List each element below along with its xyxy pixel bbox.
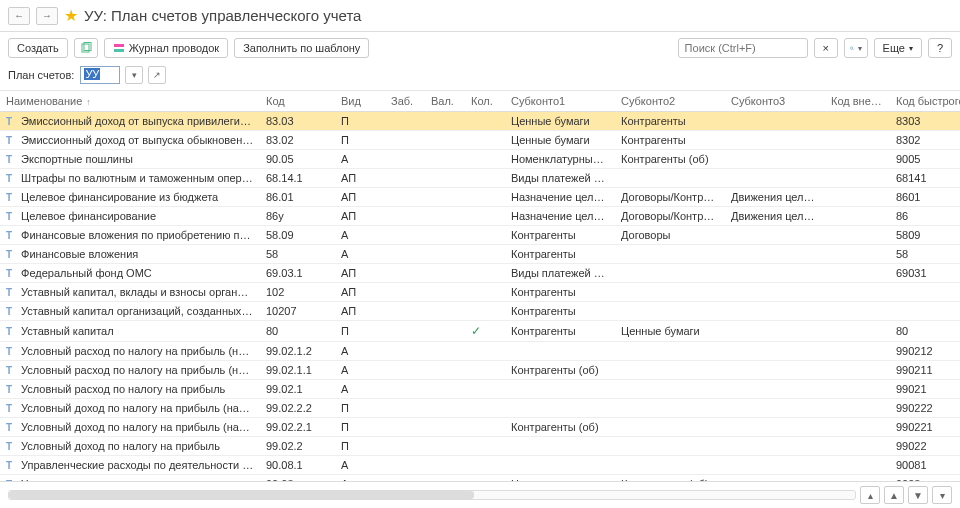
account-t-icon: T [6,479,18,481]
col-sub1[interactable]: Субконто1 [505,91,615,112]
plan-open-button[interactable]: ↗ [148,66,166,84]
table-row[interactable]: T Условный расход по налогу на прибыль (… [0,342,960,361]
col-sub2[interactable]: Субконто2 [615,91,725,112]
account-t-icon: T [6,230,18,241]
column-headers[interactable]: Наименование↑ Код Вид Заб. Вал. Кол. Суб… [0,91,960,112]
account-t-icon: T [6,192,18,203]
table-row[interactable]: T Условный доход по налогу на прибыль (н… [0,418,960,437]
table-row[interactable]: T Финансовые вложения58АКонтрагенты5858 [0,245,960,264]
account-t-icon: T [6,403,18,414]
table-row[interactable]: T Целевое финансирование из бюджета86.01… [0,188,960,207]
copy-icon [80,42,92,54]
table-row[interactable]: T Управленческие расходы90.08АНоменклату… [0,475,960,482]
col-fast[interactable]: Код быстрого выбора [890,91,960,112]
fill-template-button[interactable]: Заполнить по шаблону [234,38,369,58]
svg-line-5 [852,49,853,50]
table-row[interactable]: T Эмиссионный доход от выпуска обыкновен… [0,131,960,150]
plan-label: План счетов: [8,69,74,81]
svg-rect-3 [114,49,124,52]
table-row[interactable]: T Условный доход по налогу на прибыль (н… [0,399,960,418]
table-row[interactable]: T Условный расход по налогу на прибыль99… [0,380,960,399]
col-vid[interactable]: Вид [335,91,385,112]
table-row[interactable]: T Уставный капитал80П✓КонтрагентыЦенные … [0,321,960,342]
h-scrollbar[interactable] [8,490,856,500]
search-clear-button[interactable]: × [814,38,838,58]
favorite-star-icon[interactable]: ★ [64,6,78,25]
account-t-icon: T [6,287,18,298]
sort-indicator-icon: ↑ [86,97,91,107]
check-icon: ✓ [471,324,481,338]
col-name[interactable]: Наименование↑ [0,91,260,112]
scroll-top-button[interactable]: ▴ [860,486,880,504]
account-t-icon: T [6,268,18,279]
more-button[interactable]: Еще ▾ [874,38,922,58]
table-row[interactable]: T Уставный капитал, вклады и взносы орга… [0,283,960,302]
table-row[interactable]: T Уставный капитал организаций, созданны… [0,302,960,321]
account-t-icon: T [6,441,18,452]
table-row[interactable]: T Целевое финансирование86уАПНазначение … [0,207,960,226]
scroll-up-button[interactable]: ▲ [884,486,904,504]
svg-point-4 [850,46,852,48]
account-t-icon: T [6,135,18,146]
table-row[interactable]: T Федеральный фонд ОМС69.03.1АПВиды плат… [0,264,960,283]
search-icon [850,43,854,54]
account-t-icon: T [6,173,18,184]
journal-icon [113,42,125,54]
journal-button[interactable]: Журнал проводок [104,38,228,58]
nav-back-button[interactable]: ← [8,7,30,25]
table-row[interactable]: T Условный расход по налогу на прибыль (… [0,361,960,380]
account-t-icon: T [6,365,18,376]
account-t-icon: T [6,384,18,395]
table-row[interactable]: T Управленческие расходы по деятельности… [0,456,960,475]
search-go-button[interactable]: ▾ [844,38,868,58]
account-t-icon: T [6,306,18,317]
account-t-icon: T [6,422,18,433]
create-button[interactable]: Создать [8,38,68,58]
nav-fwd-button[interactable]: → [36,7,58,25]
search-input[interactable] [678,38,808,58]
account-t-icon: T [6,249,18,260]
table-row[interactable]: T Штрафы по валютным и таможенным операц… [0,169,960,188]
table-row[interactable]: T Финансовые вложения по приобретению пр… [0,226,960,245]
table-row[interactable]: T Условный доход по налогу на прибыль99.… [0,437,960,456]
copy-button[interactable] [74,38,98,58]
plan-input[interactable]: УУ [80,66,120,84]
col-code[interactable]: Код [260,91,335,112]
account-t-icon: T [6,211,18,222]
scroll-down-button[interactable]: ▼ [908,486,928,504]
account-t-icon: T [6,116,18,127]
col-val[interactable]: Вал. [425,91,465,112]
table-row[interactable]: T Экспортные пошлины90.05АНоменклатурные… [0,150,960,169]
accounts-grid[interactable]: Наименование↑ Код Вид Заб. Вал. Кол. Суб… [0,90,960,481]
account-t-icon: T [6,460,18,471]
col-zab[interactable]: Заб. [385,91,425,112]
svg-rect-2 [114,44,124,47]
page-title: УУ: План счетов управленческого учета [84,7,361,24]
plan-dropdown-button[interactable]: ▾ [125,66,143,84]
col-ext[interactable]: Код внешний [825,91,890,112]
scroll-bottom-button[interactable]: ▾ [932,486,952,504]
account-t-icon: T [6,154,18,165]
table-row[interactable]: T Эмиссионный доход от выпуска привилеги… [0,112,960,131]
account-t-icon: T [6,346,18,357]
account-t-icon: T [6,326,18,337]
col-kol[interactable]: Кол. [465,91,505,112]
help-button[interactable]: ? [928,38,952,58]
col-sub3[interactable]: Субконто3 [725,91,825,112]
